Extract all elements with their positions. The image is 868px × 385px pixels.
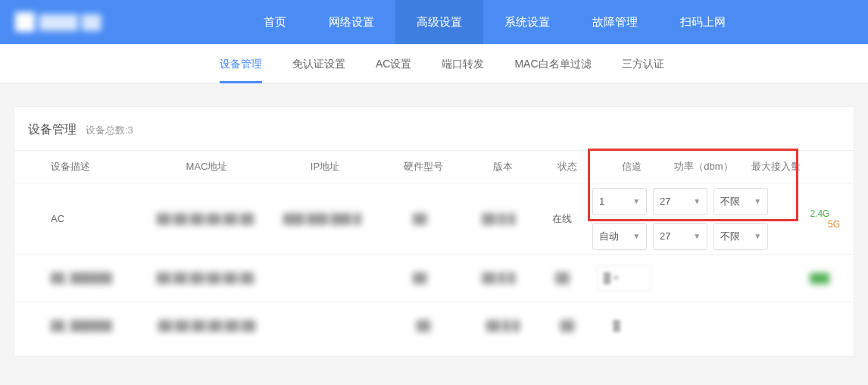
panel-title: 设备管理 bbox=[28, 122, 76, 138]
nav-advanced[interactable]: 高级设置 bbox=[395, 0, 483, 44]
logo: ████ ██ bbox=[15, 11, 129, 33]
table-row: AC ██ ██ ██ ██ ██ ██ ███ ███ ███ █ ██ ██… bbox=[14, 183, 854, 255]
cell-mac: ██ ██ ██ ██ ██ ██ bbox=[141, 213, 270, 224]
band-5g-label: 5G bbox=[810, 219, 840, 230]
cell-ver: ██ █ █ bbox=[465, 272, 532, 283]
chevron-down-icon: ▼ bbox=[693, 232, 701, 240]
top-nav: ████ ██ 首页 网络设置 高级设置 系统设置 故障管理 扫码上网 bbox=[0, 0, 868, 44]
select-value: 自动 bbox=[599, 230, 619, 243]
select-value: 不限 bbox=[720, 195, 740, 208]
nav-fault[interactable]: 故障管理 bbox=[571, 0, 659, 44]
cell-ip: ███ ███ ███ █ bbox=[270, 213, 375, 224]
col-ip: IP地址 bbox=[272, 160, 378, 174]
chevron-down-icon: ▼ bbox=[754, 232, 761, 240]
cell-hw: ██ bbox=[375, 272, 465, 283]
cell-mac: ██ ██ ██ ██ ██ ██ bbox=[141, 272, 270, 283]
table-row: ██_██████ ██ ██ ██ ██ ██ ██ ██ ██ █ █ ██… bbox=[14, 302, 854, 349]
band-tag: ███ bbox=[810, 273, 829, 283]
cell-hw: ██ bbox=[375, 213, 465, 224]
subtab-3rd-auth[interactable]: 三方认证 bbox=[622, 44, 664, 83]
table-row: ██_██████ ██ ██ ██ ██ ██ ██ ██ ██ █ █ ██… bbox=[14, 255, 854, 302]
cell-status: 在线 bbox=[532, 212, 592, 226]
subtab-no-auth[interactable]: 免认证设置 bbox=[292, 44, 345, 83]
channel-value: █ bbox=[602, 312, 631, 338]
select-value: 1 bbox=[599, 196, 604, 207]
nav-home[interactable]: 首页 bbox=[242, 0, 308, 44]
cell-desc: AC bbox=[28, 213, 141, 224]
cell-desc: ██_██████ bbox=[28, 320, 142, 331]
col-ver: 版本 bbox=[469, 160, 537, 174]
nav-system[interactable]: 系统设置 bbox=[483, 0, 571, 44]
content-panel: 设备管理 设备总数:3 设备描述 MAC地址 IP地址 硬件型号 版本 状态 信… bbox=[14, 106, 854, 357]
subtab-device-mgmt[interactable]: 设备管理 bbox=[220, 44, 262, 83]
power-select-5g[interactable]: 27 ▼ bbox=[653, 223, 707, 250]
chevron-down-icon: ▼ bbox=[632, 197, 640, 205]
band-24g-label: 2.4G bbox=[810, 208, 840, 219]
channel-select[interactable]: █ ▾ bbox=[597, 265, 651, 291]
subtab-port-fwd[interactable]: 端口转发 bbox=[442, 44, 484, 83]
cell-mac: ██ ██ ██ ██ ██ ██ bbox=[142, 320, 272, 331]
cell-status: ██ bbox=[537, 320, 598, 331]
cell-status: ██ bbox=[532, 272, 592, 283]
device-count: 设备总数:3 bbox=[86, 124, 133, 137]
channel-select-24g[interactable]: 1 ▼ bbox=[592, 188, 647, 215]
cell-ver: ██ █ █ bbox=[465, 213, 532, 224]
cell-hw: ██ bbox=[378, 320, 469, 331]
chevron-down-icon: ▼ bbox=[693, 197, 701, 205]
col-max: 最大接入量 bbox=[742, 160, 810, 174]
chevron-down-icon: ▼ bbox=[632, 232, 640, 240]
power-select-24g[interactable]: 27 ▼ bbox=[653, 188, 707, 215]
col-mac: MAC地址 bbox=[142, 160, 272, 174]
col-desc: 设备描述 bbox=[28, 160, 142, 174]
max-select-24g[interactable]: 不限 ▼ bbox=[713, 188, 768, 215]
nav-network[interactable]: 网络设置 bbox=[308, 0, 395, 44]
col-power: 功率（dbm） bbox=[666, 160, 742, 174]
cell-desc: ██_██████ bbox=[28, 272, 141, 283]
select-value: 不限 bbox=[720, 230, 740, 243]
select-value: 27 bbox=[660, 196, 670, 207]
col-hw: 硬件型号 bbox=[378, 160, 469, 174]
band-labels: 2.4G 5G bbox=[802, 208, 840, 230]
sub-nav: 设备管理 免认证设置 AC设置 端口转发 MAC白名单过滤 三方认证 bbox=[0, 44, 868, 83]
chevron-down-icon: ▼ bbox=[754, 197, 761, 205]
channel-select-5g[interactable]: 自动 ▼ bbox=[592, 223, 647, 250]
col-chan: 信道 bbox=[598, 160, 666, 174]
max-select-5g[interactable]: 不限 ▼ bbox=[713, 223, 768, 250]
cell-ver: ██ █ █ bbox=[469, 320, 537, 331]
top-nav-tabs: 首页 网络设置 高级设置 系统设置 故障管理 扫码上网 bbox=[242, 0, 747, 44]
nav-qr[interactable]: 扫码上网 bbox=[659, 0, 747, 44]
select-value: 27 bbox=[660, 230, 670, 242]
table-header-row: 设备描述 MAC地址 IP地址 硬件型号 版本 状态 信道 功率（dbm） 最大… bbox=[14, 150, 854, 183]
col-status: 状态 bbox=[537, 160, 598, 174]
subtab-ac[interactable]: AC设置 bbox=[376, 44, 411, 83]
panel-header: 设备管理 设备总数:3 bbox=[14, 107, 854, 150]
subtab-mac-whitelist[interactable]: MAC白名单过滤 bbox=[514, 44, 591, 83]
